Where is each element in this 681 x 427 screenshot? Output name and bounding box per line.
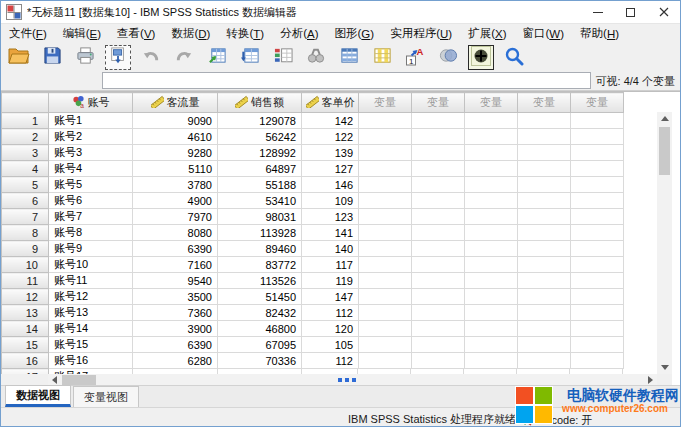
cell-traffic[interactable]: 3500: [133, 289, 218, 305]
cell-empty[interactable]: [412, 129, 465, 145]
cell-empty[interactable]: [412, 209, 465, 225]
row-number[interactable]: 6: [2, 193, 49, 209]
cell-empty[interactable]: [518, 273, 571, 289]
cell-empty[interactable]: [571, 177, 624, 193]
cell-sales[interactable]: 83772: [218, 257, 302, 273]
cell-sales[interactable]: 82432: [218, 305, 302, 321]
cell-empty[interactable]: [359, 321, 412, 337]
row-number[interactable]: 5: [2, 177, 49, 193]
cell-account[interactable]: 账号2: [49, 129, 133, 145]
cell-sales[interactable]: 128992: [218, 145, 302, 161]
cell-empty[interactable]: [465, 209, 518, 225]
cell-sales[interactable]: 67095: [218, 337, 302, 353]
cell-empty[interactable]: [359, 161, 412, 177]
cell-empty[interactable]: [465, 273, 518, 289]
split-file-button[interactable]: [435, 45, 461, 70]
cell-traffic[interactable]: 7360: [133, 305, 218, 321]
cell-unit-price[interactable]: 112: [302, 305, 359, 321]
pane-splitter-grip[interactable]: [338, 378, 356, 382]
cell-empty[interactable]: [518, 289, 571, 305]
cell-account[interactable]: 账号9: [49, 241, 133, 257]
menu-item-window[interactable]: 窗口(W): [515, 24, 573, 43]
insert-variable-button[interactable]: [369, 45, 395, 70]
cell-empty[interactable]: [518, 225, 571, 241]
cell-empty[interactable]: [359, 257, 412, 273]
goto-case-button[interactable]: [204, 45, 230, 70]
row-number[interactable]: 9: [2, 241, 49, 257]
cell-account[interactable]: 账号12: [49, 289, 133, 305]
cell-empty[interactable]: [465, 321, 518, 337]
cell-empty[interactable]: [571, 113, 624, 129]
cell-traffic[interactable]: 9540: [133, 273, 218, 289]
cell-unit-price[interactable]: 139: [302, 145, 359, 161]
cell-empty[interactable]: [518, 177, 571, 193]
cell-empty[interactable]: [465, 145, 518, 161]
cell-empty[interactable]: [412, 193, 465, 209]
cell-empty[interactable]: [412, 177, 465, 193]
cell-empty[interactable]: [571, 321, 624, 337]
cell-empty[interactable]: [412, 225, 465, 241]
cell-account[interactable]: 账号11: [49, 273, 133, 289]
cell-unit-price[interactable]: 141: [302, 225, 359, 241]
cell-empty[interactable]: [465, 353, 518, 369]
cell-traffic[interactable]: 3780: [133, 177, 218, 193]
cell-unit-price[interactable]: 117: [302, 257, 359, 273]
row-number[interactable]: 7: [2, 209, 49, 225]
scroll-down-button[interactable]: [657, 361, 672, 374]
search-button[interactable]: [501, 45, 527, 70]
cell-unit-price[interactable]: 109: [302, 193, 359, 209]
cell-empty[interactable]: [412, 321, 465, 337]
column-header-sales[interactable]: 销售额: [218, 93, 302, 113]
cell-empty[interactable]: [571, 353, 624, 369]
cell-empty[interactable]: [359, 273, 412, 289]
cell-account[interactable]: 账号7: [49, 209, 133, 225]
menu-item-graphs[interactable]: 图形(G): [327, 24, 383, 43]
cell-empty[interactable]: [412, 145, 465, 161]
cell-unit-price[interactable]: 120: [302, 321, 359, 337]
cell-empty[interactable]: [518, 305, 571, 321]
menu-item-edit[interactable]: 编辑(E): [55, 24, 109, 43]
cell-account[interactable]: 账号13: [49, 305, 133, 321]
menu-item-analyze[interactable]: 分析(A): [272, 24, 326, 43]
cell-traffic[interactable]: 7970: [133, 209, 218, 225]
cell-unit-price[interactable]: 147: [302, 289, 359, 305]
redo-button[interactable]: [171, 45, 197, 70]
minimize-button[interactable]: [581, 1, 614, 23]
cell-unit-price[interactable]: 142: [302, 113, 359, 129]
cell-empty[interactable]: [359, 241, 412, 257]
cell-empty[interactable]: [571, 241, 624, 257]
tab-variable-view[interactable]: 变量视图: [73, 386, 139, 407]
cell-account[interactable]: 账号14: [49, 321, 133, 337]
cell-empty[interactable]: [518, 321, 571, 337]
cell-sales[interactable]: 51450: [218, 289, 302, 305]
cell-unit-price[interactable]: 140: [302, 241, 359, 257]
row-number[interactable]: 2: [2, 129, 49, 145]
cell-traffic[interactable]: 9280: [133, 145, 218, 161]
cell-empty[interactable]: [518, 145, 571, 161]
cell-empty[interactable]: [359, 305, 412, 321]
cell-sales[interactable]: 53410: [218, 193, 302, 209]
menu-item-data[interactable]: 数据(D): [163, 24, 218, 43]
cell-sales[interactable]: 113928: [218, 225, 302, 241]
cell-empty[interactable]: [359, 193, 412, 209]
cell-empty[interactable]: [571, 225, 624, 241]
menu-item-file[interactable]: 文件(F): [1, 24, 55, 43]
cell-empty[interactable]: [359, 113, 412, 129]
cell-empty[interactable]: [518, 353, 571, 369]
cell-empty[interactable]: [571, 337, 624, 353]
cell-traffic[interactable]: 8080: [133, 225, 218, 241]
cell-sales[interactable]: 64897: [218, 161, 302, 177]
column-header-placeholder[interactable]: 变量: [465, 93, 518, 113]
column-header-account[interactable]: a账号: [49, 93, 133, 113]
cell-empty[interactable]: [465, 129, 518, 145]
cell-empty[interactable]: [412, 257, 465, 273]
variables-button[interactable]: [270, 45, 296, 70]
cell-traffic[interactable]: 7160: [133, 257, 218, 273]
close-button[interactable]: [647, 1, 680, 23]
cell-account[interactable]: 账号5: [49, 177, 133, 193]
cell-empty[interactable]: [518, 257, 571, 273]
cell-unit-price[interactable]: 123: [302, 209, 359, 225]
row-number[interactable]: 3: [2, 145, 49, 161]
cell-empty[interactable]: [412, 353, 465, 369]
cell-empty[interactable]: [465, 225, 518, 241]
